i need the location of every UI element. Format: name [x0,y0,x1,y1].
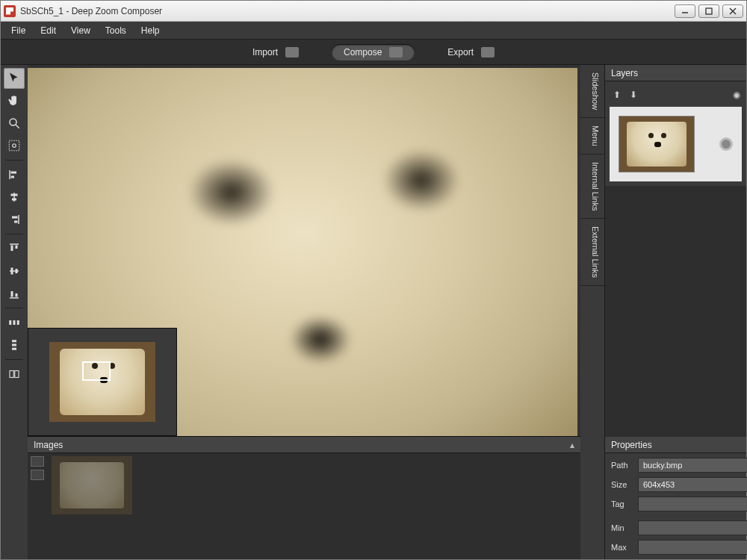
prop-tag-label: Tag [611,500,633,508]
svg-line-5 [16,125,19,128]
menu-edit[interactable]: Edit [34,24,62,37]
rail-internal-links[interactable]: Internal Links [580,155,604,219]
svg-rect-27 [13,320,16,325]
mode-export[interactable]: Export [436,44,506,60]
svg-rect-24 [11,291,13,297]
rail-external-links[interactable]: External Links [580,219,604,286]
match-size-tool[interactable] [4,364,25,385]
rail-slideshow[interactable]: Slideshow [580,65,604,118]
prop-max-input[interactable] [638,540,747,555]
prop-size-input[interactable] [638,477,747,492]
svg-rect-15 [12,217,18,219]
mode-export-label: Export [447,47,474,57]
visibility-icon[interactable]: ◉ [733,90,740,100]
svg-rect-25 [16,293,18,297]
maximize-button[interactable] [698,4,719,18]
svg-point-7 [13,144,16,148]
hand-tool[interactable] [4,90,25,111]
pointer-tool[interactable] [4,68,25,89]
prop-max-label: Max [611,543,633,552]
svg-rect-10 [11,176,15,178]
svg-rect-33 [15,371,19,378]
tool-strip [1,65,28,559]
layer-item[interactable] [610,107,742,181]
align-left-tool[interactable] [4,164,25,185]
menu-tools[interactable]: Tools [99,24,132,37]
separator [5,234,23,234]
svg-rect-31 [12,348,16,350]
collapse-icon[interactable]: ▴ [570,440,574,450]
layer-down-icon[interactable]: ⬇ [627,89,639,101]
separator [5,359,23,360]
menu-bar: File Edit View Tools Help [1,22,746,40]
prop-path-label: Path [611,461,633,470]
separator [5,308,23,308]
rail-menu[interactable]: Menu [580,118,604,155]
export-icon [481,47,495,57]
svg-point-4 [10,119,16,125]
svg-rect-19 [16,246,18,249]
images-view-grid-icon[interactable] [31,456,44,467]
images-panel: Images ▴ [28,436,580,559]
separator [5,160,23,161]
layer-thumbnail [619,116,695,172]
properties-panel-title: Properties [611,440,652,450]
svg-rect-29 [12,340,16,342]
align-center-v-tool[interactable] [4,261,25,281]
svg-rect-18 [11,246,13,252]
prop-min-input[interactable] [638,520,747,535]
svg-rect-9 [11,172,17,174]
svg-rect-21 [11,268,13,275]
mode-compose-label: Compose [344,47,382,57]
images-view-list-icon[interactable] [31,470,44,480]
svg-rect-30 [12,344,16,346]
prop-tag-input[interactable] [638,497,747,511]
menu-file[interactable]: File [5,24,31,37]
svg-rect-13 [12,199,16,201]
distribute-v-tool[interactable] [4,335,25,355]
navigator-viewport[interactable] [82,361,111,381]
prop-min-label: Min [611,523,633,532]
distribute-h-tool[interactable] [4,312,25,333]
prop-path-input[interactable] [638,458,747,473]
title-bar: SbSCh5_1 - Deep Zoom Composer [1,1,746,22]
mode-import[interactable]: Import [241,44,311,60]
layers-panel-title: Layers [611,68,638,78]
compose-icon [389,47,403,57]
align-top-tool[interactable] [4,238,25,259]
properties-panel: Path Size Tag Min [605,453,746,559]
fit-tool[interactable] [4,135,25,156]
app-icon [4,5,16,17]
mode-import-label: Import [252,47,278,57]
svg-rect-22 [16,269,18,273]
svg-rect-16 [14,221,18,223]
svg-rect-12 [11,194,18,196]
layers-panel: ⬆ ⬇ ◉ [605,81,746,186]
prop-size-label: Size [611,480,633,489]
align-center-h-tool[interactable] [4,187,25,208]
navigator[interactable] [28,328,177,436]
canvas[interactable] [28,68,577,436]
image-thumbnail[interactable] [52,456,132,514]
minimize-button[interactable] [675,4,695,18]
right-rail: Slideshow Menu Internal Links External L… [580,65,604,559]
svg-rect-6 [9,140,19,151]
navigator-thumbnail [49,342,155,422]
zoom-tool[interactable] [4,113,25,134]
layer-up-icon[interactable]: ⬆ [611,89,623,101]
svg-rect-32 [10,371,13,378]
menu-help[interactable]: Help [135,24,166,37]
align-right-tool[interactable] [4,209,25,230]
mode-compose[interactable]: Compose [332,44,415,60]
svg-rect-1 [706,8,712,14]
menu-view[interactable]: View [65,24,96,37]
layer-handle-icon[interactable] [719,137,733,151]
svg-rect-28 [17,320,19,325]
properties-panel-header: Properties [605,437,746,453]
close-button[interactable] [722,4,743,18]
svg-rect-26 [9,320,11,325]
import-icon [285,47,299,57]
align-bottom-tool[interactable] [4,283,25,304]
mode-bar: Import Compose Export [1,40,746,65]
layers-panel-header: Layers [605,65,746,81]
